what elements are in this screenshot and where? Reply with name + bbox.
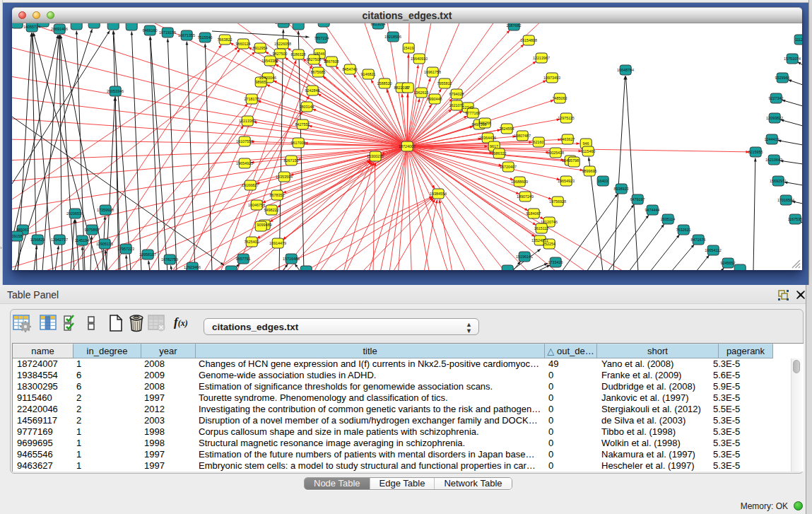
svg-text:8186328: 8186328: [291, 52, 306, 57]
svg-text:16107553: 16107553: [236, 139, 253, 144]
svg-text:9617004: 9617004: [291, 141, 306, 145]
svg-text:6794028: 6794028: [449, 92, 464, 96]
svg-text:20691406: 20691406: [51, 27, 68, 31]
svg-text:15546: 15546: [314, 52, 325, 56]
svg-text:15692971: 15692971: [770, 179, 787, 183]
svg-text:5498222: 5498222: [264, 208, 279, 212]
svg-text:16671355: 16671355: [178, 33, 195, 37]
svg-text:1145194: 1145194: [75, 238, 90, 243]
svg-text:20206536: 20206536: [66, 211, 83, 216]
svg-text:1156829: 1156829: [30, 238, 45, 242]
svg-text:746266: 746266: [478, 121, 491, 125]
svg-text:9899695: 9899695: [582, 169, 597, 173]
svg-text:2935114: 2935114: [661, 217, 676, 221]
svg-text:1588520: 1588520: [377, 81, 392, 86]
svg-text:87: 87: [406, 86, 410, 90]
svg-text:8813054: 8813054: [371, 23, 386, 26]
svg-text:11127: 11127: [795, 37, 802, 42]
svg-text:8427552: 8427552: [295, 122, 310, 127]
svg-text:18724007: 18724007: [399, 144, 416, 148]
svg-text:15495798: 15495798: [562, 158, 579, 163]
svg-text:9115460: 9115460: [581, 149, 596, 153]
svg-text:10120746: 10120746: [541, 220, 558, 224]
svg-text:13353594: 13353594: [276, 175, 293, 179]
svg-text:1244419: 1244419: [765, 137, 779, 141]
svg-text:7625402: 7625402: [245, 240, 259, 244]
svg-text:12345: 12345: [463, 105, 473, 110]
svg-text:9474444: 9474444: [645, 208, 660, 212]
svg-text:1167535: 1167535: [788, 217, 802, 221]
svg-text:17016504: 17016504: [777, 198, 794, 202]
svg-text:8675685: 8675685: [311, 70, 326, 74]
svg-text:9777169: 9777169: [466, 111, 481, 115]
svg-text:9242848: 9242848: [305, 88, 320, 93]
svg-text:9617: 9617: [490, 144, 498, 148]
svg-text:19654925: 19654925: [236, 161, 253, 165]
svg-text:39158: 39158: [12, 234, 23, 238]
svg-text:19756928: 19756928: [549, 199, 566, 204]
svg-text:20364436: 20364436: [479, 136, 496, 140]
svg-text:9463627: 9463627: [560, 137, 575, 141]
svg-text:6466160: 6466160: [143, 28, 158, 33]
svg-text:9657791: 9657791: [236, 257, 251, 261]
svg-text:9660124: 9660124: [236, 42, 251, 46]
svg-text:16914479: 16914479: [269, 241, 286, 245]
svg-text:10973493: 10973493: [543, 76, 560, 80]
svg-text:6479197: 6479197: [630, 197, 645, 201]
svg-text:12923466: 12923466: [184, 265, 201, 269]
svg-text:2867608: 2867608: [324, 59, 339, 64]
svg-text:10543382: 10543382: [261, 59, 278, 63]
svg-text:7986322: 7986322: [492, 151, 507, 156]
svg-text:10025438: 10025438: [547, 151, 564, 155]
svg-text:16053809: 16053809: [275, 23, 292, 25]
svg-text:20053346: 20053346: [107, 89, 124, 93]
svg-text:9245652: 9245652: [721, 261, 736, 265]
svg-text:8471676: 8471676: [691, 238, 706, 242]
svg-text:7857224: 7857224: [314, 36, 329, 40]
svg-text:8990448: 8990448: [428, 97, 442, 101]
svg-text:2803144: 2803144: [300, 105, 314, 109]
svg-text:9184067: 9184067: [526, 211, 541, 216]
svg-text:15300235: 15300235: [367, 154, 384, 158]
svg-text:2087682: 2087682: [507, 23, 522, 28]
svg-text:12905135: 12905135: [96, 242, 113, 246]
svg-text:9227342: 9227342: [769, 96, 784, 100]
svg-text:10654112: 10654112: [705, 248, 722, 252]
svg-text:62160: 62160: [534, 140, 544, 144]
svg-text:10958107: 10958107: [139, 252, 156, 257]
svg-text:7955812: 7955812: [437, 81, 452, 86]
svg-text:7663822: 7663822: [218, 37, 233, 42]
svg-text:8215955: 8215955: [748, 150, 763, 154]
svg-text:15751074: 15751074: [784, 57, 801, 61]
svg-text:8678352: 8678352: [270, 193, 285, 197]
svg-text:16961758: 16961758: [424, 70, 441, 74]
svg-text:252254: 252254: [543, 242, 555, 246]
svg-text:19654923: 19654923: [558, 179, 575, 183]
svg-text:15720407: 15720407: [500, 165, 517, 169]
svg-text:16154808: 16154808: [520, 38, 537, 42]
svg-text:1621072: 1621072: [449, 103, 464, 107]
svg-text:1615112: 1615112: [534, 226, 549, 230]
svg-text:1733426: 1733426: [548, 260, 563, 264]
svg-text:19218506: 19218506: [384, 35, 401, 39]
svg-text:7485063: 7485063: [553, 96, 567, 100]
svg-text:16046758: 16046758: [248, 203, 265, 207]
svg-text:8938923: 8938923: [614, 187, 629, 191]
svg-text:12975115: 12975115: [558, 116, 575, 120]
svg-text:9146821: 9146821: [361, 72, 376, 76]
svg-text:16210643: 16210643: [765, 158, 782, 162]
svg-text:946: 946: [583, 141, 589, 146]
svg-text:15196141: 15196141: [516, 255, 533, 259]
svg-text:15640910: 15640910: [411, 57, 428, 61]
svg-text:885061: 885061: [16, 228, 29, 232]
svg-text:8267150: 8267150: [284, 158, 299, 163]
svg-text:9099489: 9099489: [257, 223, 272, 227]
svg-text:14055714: 14055714: [23, 25, 40, 29]
svg-text:10719155: 10719155: [159, 30, 176, 35]
svg-text:8912954: 8912954: [253, 46, 268, 50]
svg-text:7632621: 7632621: [676, 228, 691, 232]
svg-text:12213967: 12213967: [533, 56, 550, 60]
svg-text:9827500: 9827500: [273, 52, 288, 56]
svg-text:12942737: 12942737: [51, 238, 68, 242]
svg-text:19166827: 19166827: [242, 183, 259, 187]
